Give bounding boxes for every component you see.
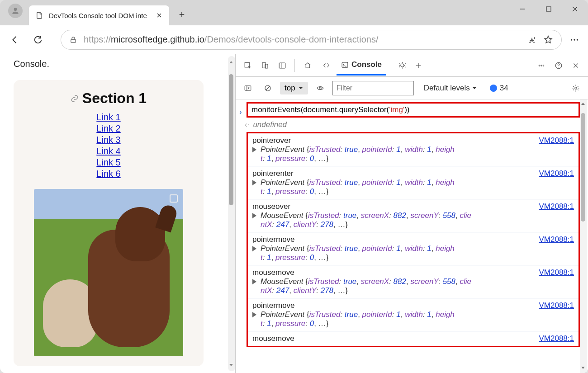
console-body: › monitorEvents(document.querySelector('… [236, 99, 588, 373]
expand-triangle-icon[interactable] [252, 180, 256, 185]
minimize-button[interactable] [509, 0, 536, 18]
tab-title: DevTools Console tool DOM inte [49, 12, 150, 19]
tab-console-label: Console [351, 60, 382, 69]
expand-triangle-icon[interactable] [252, 246, 256, 251]
url-bar[interactable]: https://microsoftedge.github.io/Demos/de… [61, 30, 562, 50]
console-return-line: ‹· undefined [236, 119, 588, 132]
svg-rect-17 [245, 85, 251, 90]
browser-tab[interactable]: DevTools Console tool DOM inte [29, 5, 169, 25]
link-item[interactable]: Link 1 [96, 112, 120, 123]
expand-triangle-icon[interactable] [252, 147, 256, 152]
console-prompt-highlight: monitorEvents(document.querySelector('im… [247, 102, 580, 118]
tab-welcome[interactable] [299, 56, 316, 76]
page-pane: Console. Section 1 Link 1 Link 2 Link 3 … [0, 54, 235, 373]
event-detail: PointerEvent {isTrusted: true, pointerId… [252, 178, 574, 196]
link-item[interactable]: Link 4 [96, 146, 120, 156]
title-bar: DevTools Console tool DOM inte [0, 0, 588, 25]
event-detail: MouseEvent {isTrusted: true, screenX: 88… [252, 277, 574, 295]
event-name: mousemove [252, 334, 294, 343]
toggle-sidebar-button[interactable] [240, 80, 256, 96]
vm-source-link[interactable]: VM2088:1 [539, 202, 574, 211]
svg-point-14 [543, 65, 544, 66]
svg-rect-2 [71, 39, 76, 42]
scroll-down-icon[interactable] [580, 365, 586, 370]
link-list: Link 1 Link 2 Link 3 Link 4 Link 5 Link … [23, 112, 194, 179]
link-item[interactable]: Link 3 [96, 135, 120, 145]
log-levels-selector[interactable]: Default levels [424, 84, 477, 93]
activity-bar-button[interactable] [275, 58, 290, 73]
svg-point-5 [577, 39, 578, 40]
issues-dot-icon [490, 85, 497, 92]
scroll-up-icon[interactable] [228, 60, 234, 65]
event-name: pointermove [252, 301, 295, 310]
expand-triangle-icon[interactable] [252, 213, 256, 218]
page-intro-text: Console. [14, 59, 222, 69]
maximize-button[interactable] [536, 0, 562, 18]
read-aloud-icon[interactable] [527, 35, 537, 45]
devtools-more-button[interactable] [534, 58, 549, 73]
live-expression-button[interactable] [313, 80, 328, 96]
tab-debugger[interactable] [396, 56, 409, 76]
svg-point-4 [574, 39, 575, 40]
profile-avatar[interactable] [8, 4, 23, 18]
filter-input[interactable] [332, 81, 414, 95]
favorite-icon[interactable] [543, 35, 553, 45]
issues-badge[interactable]: 34 [490, 84, 508, 93]
scroll-down-icon[interactable] [228, 362, 234, 368]
close-tab-icon[interactable] [156, 12, 163, 19]
link-item[interactable]: Link 5 [96, 157, 120, 168]
refresh-button[interactable] [28, 30, 48, 50]
event-name: mousemove [252, 268, 294, 277]
console-event-row[interactable]: mousemoveVM2088:1 [248, 331, 579, 346]
context-selector[interactable]: top [280, 82, 308, 94]
page-scroll-thumb[interactable] [229, 74, 233, 205]
vm-source-link[interactable]: VM2088:1 [539, 169, 574, 178]
page-scrollbar[interactable] [228, 56, 235, 371]
event-detail: PointerEvent {isTrusted: true, pointerId… [252, 244, 574, 262]
devtools-help-button[interactable] [551, 58, 566, 73]
console-event-row[interactable]: mousemoveVM2088:1MouseEvent {isTrusted: … [248, 265, 579, 298]
link-item[interactable]: Link 6 [96, 169, 120, 179]
expand-triangle-icon[interactable] [252, 279, 256, 284]
vm-source-link[interactable]: VM2088:1 [539, 301, 574, 310]
console-event-row[interactable]: pointermoveVM2088:1PointerEvent {isTrust… [248, 298, 579, 331]
console-settings-button[interactable] [568, 80, 583, 96]
event-name: mouseover [252, 202, 290, 211]
demo-image[interactable] [34, 189, 183, 356]
svg-point-12 [539, 65, 540, 66]
vm-source-link[interactable]: VM2088:1 [539, 235, 574, 244]
svg-point-11 [401, 64, 404, 67]
back-button[interactable] [5, 30, 24, 50]
svg-point-0 [14, 8, 17, 11]
scroll-up-icon[interactable] [580, 101, 586, 107]
add-tab-button[interactable] [411, 58, 426, 73]
console-event-row[interactable]: mouseoverVM2088:1MouseEvent {isTrusted: … [248, 199, 579, 232]
lock-icon [69, 36, 77, 44]
devtools-scroll-thumb[interactable] [581, 113, 585, 222]
event-name: pointermove [252, 235, 295, 244]
inspect-element-button[interactable] [240, 58, 256, 73]
devtools-scrollbar[interactable] [580, 99, 587, 373]
console-event-row[interactable]: pointeroverVM2088:1PointerEvent {isTrust… [248, 133, 579, 166]
console-event-row[interactable]: pointermoveVM2088:1PointerEvent {isTrust… [248, 232, 579, 265]
event-detail: PointerEvent {isTrusted: true, pointerId… [252, 145, 574, 163]
console-input-code: monitorEvents(document.querySelector('im… [251, 105, 409, 114]
close-window-button[interactable] [562, 0, 588, 18]
tab-elements[interactable] [318, 56, 335, 76]
console-options-bar: top Default levels 34 [236, 77, 588, 99]
vm-source-link[interactable]: VM2088:1 [539, 136, 574, 145]
clear-console-button[interactable] [260, 80, 275, 96]
browser-menu-button[interactable] [565, 35, 583, 45]
expand-triangle-icon[interactable] [252, 312, 256, 317]
console-event-row[interactable]: pointerenterVM2088:1PointerEvent {isTrus… [248, 166, 579, 199]
devtools-close-button[interactable] [568, 58, 583, 73]
new-tab-button[interactable] [174, 6, 190, 23]
link-item[interactable]: Link 2 [96, 123, 120, 134]
svg-point-3 [571, 39, 572, 40]
vm-source-link[interactable]: VM2088:1 [539, 334, 574, 343]
svg-rect-10 [342, 62, 348, 67]
tab-console[interactable]: Console [337, 56, 386, 76]
vm-source-link[interactable]: VM2088:1 [539, 268, 574, 277]
browser-toolbar: https://microsoftedge.github.io/Demos/de… [0, 25, 588, 54]
device-toggle-button[interactable] [257, 58, 273, 73]
